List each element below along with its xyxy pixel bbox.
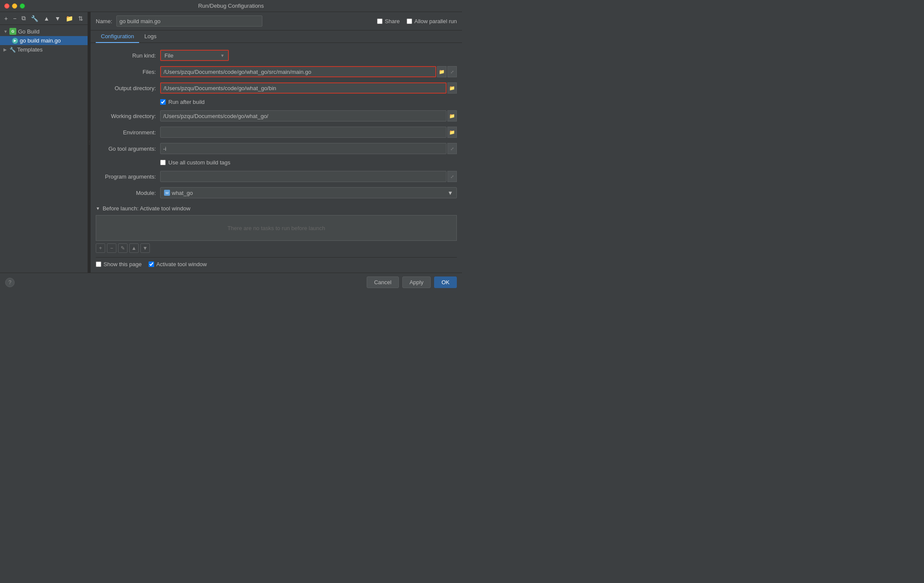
bottom-checkboxes: Show this page Activate tool window bbox=[96, 257, 457, 271]
before-launch-content: There are no tasks to run before launch bbox=[96, 215, 457, 241]
activate-tool-window-checkbox[interactable] bbox=[149, 261, 154, 267]
working-directory-control: 📁 bbox=[160, 110, 457, 121]
tree-item-go-build-main[interactable]: ▶ go build main.go bbox=[0, 36, 88, 45]
files-input[interactable] bbox=[160, 66, 436, 77]
right-panel: Name: Share Allow parallel run Configura… bbox=[91, 12, 462, 273]
activate-tool-window-label: Activate tool window bbox=[149, 261, 207, 267]
maximize-button[interactable] bbox=[20, 3, 25, 9]
sort-button[interactable]: ⇅ bbox=[76, 14, 85, 23]
allow-parallel-checkbox[interactable] bbox=[407, 18, 412, 24]
before-launch-up-button[interactable]: ▲ bbox=[129, 243, 139, 253]
custom-build-tags-row: Use all custom build tags bbox=[96, 159, 457, 166]
chevron-right-icon: ▶ bbox=[3, 47, 8, 52]
add-config-button[interactable]: + bbox=[3, 14, 9, 23]
footer: ? Cancel Apply OK bbox=[0, 273, 462, 292]
output-directory-control: 📁 bbox=[160, 82, 457, 94]
working-browse-button[interactable]: 📁 bbox=[447, 110, 457, 121]
help-button[interactable]: ? bbox=[5, 278, 15, 287]
run-kind-select[interactable]: File ▼ bbox=[160, 50, 229, 61]
tree-item-templates[interactable]: ▶ 🔧 Templates bbox=[0, 45, 88, 54]
output-browse-button[interactable]: 📁 bbox=[447, 82, 457, 94]
left-panel: + − ⧉ 🔧 ▲ ▼ 📁 ⇅ ▼ G Go Build ▶ go bbox=[0, 12, 88, 273]
down-button[interactable]: ▼ bbox=[53, 14, 62, 23]
environment-browse-button[interactable]: 📁 bbox=[447, 127, 457, 138]
working-directory-row: Working directory: 📁 bbox=[96, 110, 457, 121]
run-kind-label: Run kind: bbox=[96, 52, 156, 59]
run-kind-control: File ▼ bbox=[160, 50, 457, 61]
apply-button[interactable]: Apply bbox=[402, 276, 431, 288]
go-tool-expand-button[interactable]: ⤢ bbox=[447, 143, 457, 154]
copy-config-button[interactable]: ⧉ bbox=[20, 14, 27, 23]
remove-config-button[interactable]: − bbox=[11, 14, 18, 23]
allow-parallel-label: Allow parallel run bbox=[407, 18, 457, 24]
before-launch-remove-button[interactable]: − bbox=[107, 243, 116, 253]
output-directory-row: Output directory: 📁 bbox=[96, 82, 457, 94]
run-kind-row: Run kind: File ▼ bbox=[96, 50, 457, 61]
folder-button[interactable]: 📁 bbox=[64, 14, 75, 23]
module-row: Module: M what_go ▼ bbox=[96, 187, 457, 198]
working-directory-label: Working directory: bbox=[96, 113, 156, 119]
before-launch-down-button[interactable]: ▼ bbox=[140, 243, 150, 253]
ok-button[interactable]: OK bbox=[434, 276, 457, 288]
templates-label: Templates bbox=[17, 46, 43, 53]
content-area: Run kind: File ▼ Files: 📁 ⤢ bbox=[91, 43, 462, 273]
name-label: Name: bbox=[96, 18, 112, 24]
name-bar: Name: Share Allow parallel run bbox=[91, 12, 462, 30]
footer-right: Cancel Apply OK bbox=[367, 276, 457, 288]
program-arguments-label: Program arguments: bbox=[96, 173, 156, 180]
output-directory-input[interactable] bbox=[160, 82, 447, 94]
go-build-group-icon: G bbox=[9, 28, 16, 35]
before-launch-empty-label: There are no tasks to run before launch bbox=[228, 225, 325, 231]
custom-build-tags-checkbox[interactable] bbox=[160, 160, 166, 165]
show-this-page-checkbox[interactable] bbox=[96, 261, 101, 267]
go-tool-arguments-input[interactable] bbox=[160, 143, 447, 154]
before-launch-toolbar: + − ✎ ▲ ▼ bbox=[96, 243, 457, 253]
go-tool-arguments-control: ⤢ bbox=[160, 143, 457, 154]
before-launch-add-button[interactable]: + bbox=[96, 243, 105, 253]
files-control: 📁 ⤢ bbox=[160, 66, 457, 77]
module-icon: M bbox=[164, 190, 170, 196]
program-args-expand-button[interactable]: ⤢ bbox=[447, 171, 457, 182]
output-directory-label: Output directory: bbox=[96, 85, 156, 91]
tabs: Configuration Logs bbox=[91, 30, 462, 43]
window-title: Run/Debug Configurations bbox=[198, 3, 264, 9]
go-tool-arguments-label: Go tool arguments: bbox=[96, 146, 156, 152]
program-arguments-input[interactable] bbox=[160, 171, 447, 182]
minimize-button[interactable] bbox=[12, 3, 17, 9]
program-arguments-row: Program arguments: ⤢ bbox=[96, 171, 457, 182]
dropdown-arrow-icon: ▼ bbox=[220, 53, 225, 58]
module-select[interactable]: M what_go ▼ bbox=[160, 187, 457, 198]
go-build-group-label: Go Build bbox=[18, 28, 40, 35]
module-control: M what_go ▼ bbox=[160, 187, 457, 198]
environment-control: 📁 bbox=[160, 127, 457, 138]
before-launch-edit-button[interactable]: ✎ bbox=[118, 243, 128, 253]
environment-input[interactable] bbox=[160, 127, 447, 138]
run-after-build-label: Run after build bbox=[168, 99, 205, 105]
before-launch-header: ▼ Before launch: Activate tool window bbox=[96, 205, 457, 212]
name-input[interactable] bbox=[116, 15, 262, 27]
templates-icon: 🔧 bbox=[9, 47, 15, 53]
run-after-build-row: Run after build bbox=[96, 99, 457, 105]
title-bar: Run/Debug Configurations bbox=[0, 0, 462, 12]
traffic-lights bbox=[4, 3, 25, 9]
chevron-down-icon: ▼ bbox=[3, 29, 8, 34]
settings-button[interactable]: 🔧 bbox=[29, 14, 40, 23]
close-button[interactable] bbox=[4, 3, 9, 9]
before-launch-section: ▼ Before launch: Activate tool window Th… bbox=[96, 205, 457, 253]
run-after-build-checkbox[interactable] bbox=[160, 99, 166, 105]
tree-item-go-build-group[interactable]: ▼ G Go Build bbox=[0, 27, 88, 36]
cancel-button[interactable]: Cancel bbox=[367, 276, 398, 288]
custom-build-tags-label: Use all custom build tags bbox=[168, 159, 231, 166]
tree-area: ▼ G Go Build ▶ go build main.go ▶ 🔧 Temp… bbox=[0, 25, 88, 273]
share-checkbox[interactable] bbox=[377, 18, 383, 24]
run-config-icon: ▶ bbox=[12, 38, 18, 44]
files-browse-button[interactable]: 📁 bbox=[437, 66, 447, 77]
tab-configuration[interactable]: Configuration bbox=[96, 30, 139, 43]
files-expand-button[interactable]: ⤢ bbox=[447, 66, 457, 77]
tab-logs[interactable]: Logs bbox=[139, 30, 161, 43]
up-button[interactable]: ▲ bbox=[42, 14, 51, 23]
module-dropdown-arrow-icon: ▼ bbox=[447, 190, 453, 196]
before-launch-collapse-button[interactable]: ▼ bbox=[96, 206, 100, 211]
environment-row: Environment: 📁 bbox=[96, 127, 457, 138]
working-directory-input[interactable] bbox=[160, 110, 447, 121]
